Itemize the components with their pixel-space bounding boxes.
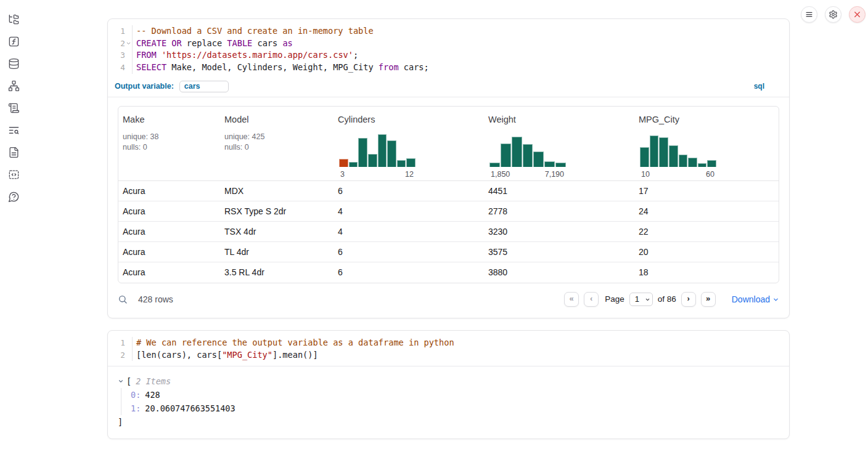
last-page-button[interactable]: » bbox=[701, 292, 716, 307]
code-token-plain bbox=[157, 50, 162, 60]
histogram-bar bbox=[688, 158, 697, 167]
code-line: 3FROM 'https://datasets.marimo.app/cars.… bbox=[108, 49, 789, 62]
code-token-plain: ; bbox=[353, 50, 358, 60]
code-token-keyword: as bbox=[282, 38, 292, 48]
column-name: Cylinders bbox=[338, 114, 484, 126]
sql-code-editor[interactable]: 1-- Download a CSV and create an in-memo… bbox=[108, 19, 789, 79]
logs-search-icon[interactable] bbox=[8, 124, 20, 136]
table-cell: 3575 bbox=[484, 242, 634, 262]
fold-gutter bbox=[125, 349, 132, 362]
code-token-keyword: from bbox=[379, 62, 399, 72]
column-header-model[interactable]: Modelunique: 425nulls: 0 bbox=[220, 114, 334, 179]
column-stat: unique: 425 bbox=[224, 132, 334, 142]
histogram-bar bbox=[501, 144, 511, 167]
column-stat: nulls: 0 bbox=[224, 142, 334, 153]
column-header-make[interactable]: Makeunique: 38nulls: 0 bbox=[118, 114, 220, 179]
total-pages-label: of 86 bbox=[658, 294, 676, 304]
pagination: « ‹ Page 1 of 86 › » Download bbox=[564, 292, 779, 307]
fold-gutter bbox=[125, 337, 132, 349]
table-cell: 6 bbox=[334, 181, 484, 201]
histogram-bar bbox=[533, 152, 544, 167]
histogram-bar bbox=[669, 145, 678, 167]
table-cell: 20 bbox=[634, 242, 779, 262]
code-token-plain: cars; bbox=[399, 62, 429, 72]
histogram-axis-labels: 1060 bbox=[640, 170, 716, 179]
table-cell: Acura bbox=[118, 262, 220, 283]
code-token-plain: [len(cars), cars[ bbox=[136, 350, 222, 360]
code-token-comment: # We can reference the output variable a… bbox=[136, 338, 454, 347]
axis-max-label: 7,190 bbox=[545, 170, 564, 179]
histogram-bar bbox=[640, 147, 649, 167]
column-header-mpg_city[interactable]: MPG_City1060 bbox=[634, 114, 779, 179]
row-count: 428 rows bbox=[138, 294, 173, 304]
snippets-icon[interactable] bbox=[8, 169, 20, 180]
column-name: Make bbox=[123, 114, 220, 126]
table-cell: Acura bbox=[118, 222, 220, 241]
table-cell: TSX 4dr bbox=[220, 222, 334, 241]
code-line: 2[len(cars), cars["MPG_City"].mean()] bbox=[108, 349, 789, 362]
python-cell: 1# We can reference the output variable … bbox=[107, 330, 790, 439]
column-header-weight[interactable]: Weight1,8507,190 bbox=[484, 114, 634, 179]
code-text: SELECT Make, Model, Cylinders, Weight, M… bbox=[132, 62, 789, 74]
fold-chevron-icon[interactable] bbox=[125, 38, 132, 50]
help-icon[interactable] bbox=[8, 191, 20, 203]
file-tree-icon[interactable] bbox=[8, 14, 20, 25]
sidebar bbox=[0, 0, 27, 203]
code-token-keyword: CREATE OR bbox=[136, 38, 182, 48]
axis-max-label: 12 bbox=[405, 170, 414, 179]
download-button[interactable]: Download bbox=[732, 294, 779, 304]
column-histogram bbox=[640, 134, 716, 167]
items-count-label: 2 Items bbox=[136, 374, 171, 388]
table-cell: 6 bbox=[334, 262, 484, 283]
column-header-cylinders[interactable]: Cylinders312 bbox=[334, 114, 484, 179]
next-page-button[interactable]: › bbox=[681, 292, 696, 307]
scratchpad-icon[interactable] bbox=[8, 102, 20, 114]
menu-icon[interactable] bbox=[801, 6, 817, 23]
table-cell: 3.5 RL 4dr bbox=[220, 262, 334, 283]
settings-gear-icon[interactable] bbox=[825, 6, 841, 23]
histogram-axis-labels: 312 bbox=[339, 170, 416, 179]
table-cell: TL 4dr bbox=[220, 242, 334, 262]
axis-min-label: 10 bbox=[641, 170, 650, 179]
code-text: CREATE OR replace TABLE cars as bbox=[132, 38, 789, 50]
code-text: FROM 'https://datasets.marimo.app/cars.c… bbox=[132, 49, 789, 62]
fold-gutter bbox=[125, 62, 132, 74]
prev-page-button[interactable]: ‹ bbox=[584, 292, 599, 307]
line-number: 4 bbox=[113, 62, 125, 74]
function-icon[interactable] bbox=[8, 36, 20, 47]
table-cell: 22 bbox=[634, 222, 779, 241]
language-badge: sql bbox=[754, 82, 764, 91]
code-token-plain: cars bbox=[252, 38, 282, 48]
output-variable-input[interactable] bbox=[179, 81, 229, 92]
line-number: 2 bbox=[113, 38, 125, 50]
table-cell: 6 bbox=[334, 242, 484, 262]
histogram-bar bbox=[707, 160, 716, 167]
shutdown-close-icon[interactable] bbox=[849, 6, 866, 23]
line-number: 3 bbox=[113, 49, 125, 62]
table-cell: 2778 bbox=[484, 201, 634, 221]
sql-cell: 1-- Download a CSV and create an in-memo… bbox=[107, 18, 790, 318]
first-page-button[interactable]: « bbox=[564, 292, 579, 307]
column-histogram bbox=[489, 134, 566, 167]
table-header-row: Makeunique: 38nulls: 0Modelunique: 425nu… bbox=[118, 107, 779, 181]
search-icon[interactable] bbox=[118, 294, 128, 304]
axis-min-label: 3 bbox=[340, 170, 345, 179]
dependency-graph-icon[interactable] bbox=[8, 80, 20, 92]
page-select[interactable]: 1 bbox=[629, 293, 653, 306]
table-cell: Acura bbox=[118, 201, 220, 221]
code-text: [len(cars), cars["MPG_City"].mean()] bbox=[132, 349, 789, 362]
table-row: Acura3.5 RL 4dr6388018 bbox=[118, 262, 779, 283]
documentation-icon[interactable] bbox=[8, 147, 20, 158]
database-icon[interactable] bbox=[8, 58, 20, 70]
output-variable-label: Output variable: bbox=[115, 82, 174, 91]
column-name: Model bbox=[224, 114, 334, 126]
collapse-chevron-icon[interactable] bbox=[118, 378, 125, 384]
column-name: MPG_City bbox=[639, 114, 779, 126]
python-code-editor[interactable]: 1# We can reference the output variable … bbox=[108, 331, 789, 366]
table-cell: 17 bbox=[634, 181, 779, 201]
histogram-bar bbox=[489, 163, 500, 167]
table-row: AcuraTL 4dr6357520 bbox=[118, 242, 779, 262]
close-bracket: ] bbox=[118, 415, 779, 429]
code-token-string: 'https://datasets.marimo.app/cars.csv' bbox=[162, 50, 353, 60]
code-token-keyword: SELECT bbox=[136, 62, 166, 72]
